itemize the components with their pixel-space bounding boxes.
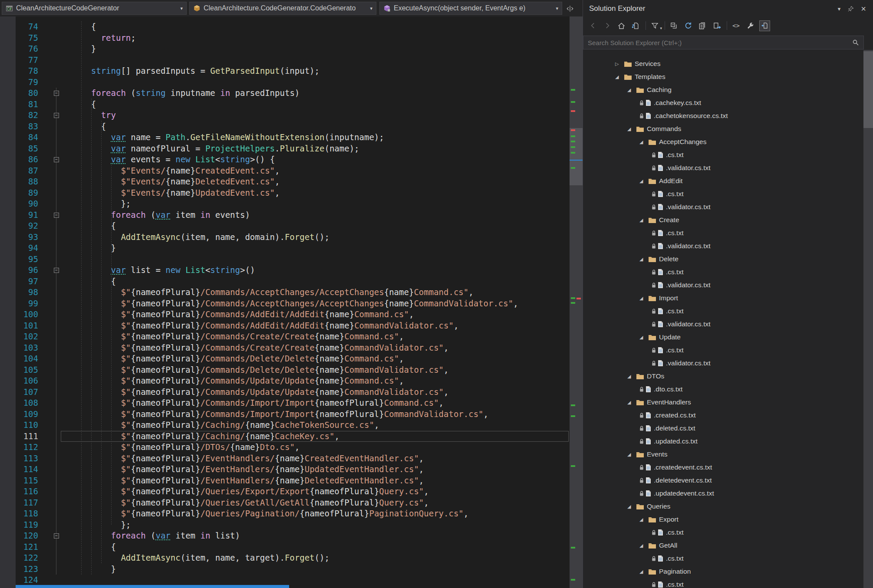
code-line[interactable]: }; [61,519,569,531]
collapsed-arrow-icon[interactable]: ▷ [615,61,624,67]
expanded-arrow-icon[interactable]: ◢ [639,217,648,223]
code-line[interactable]: var nameofPlural = ProjectHelpers.Plural… [61,143,569,154]
code-line[interactable]: $"{nameofPlural}/Queries/GetAll/GetAll{n… [61,497,569,509]
expanded-arrow-icon[interactable]: ◢ [627,126,636,132]
code-line[interactable]: } [61,564,569,575]
code-line[interactable]: $"{nameofPlural}/Commands/Import/Import{… [61,409,569,420]
tree-item[interactable]: ◢AcceptChanges [583,135,863,148]
code-line[interactable]: $"{nameofPlural}/Commands/Create/Create{… [61,342,569,354]
tree-item[interactable]: ◢Import [583,292,863,305]
project-dropdown[interactable]: C# CleanArchitectureCodeGenerator ▾ [2,2,187,15]
preview-selected-items-icon[interactable] [712,20,722,31]
nav-forward-icon[interactable] [602,20,613,31]
tree-item[interactable]: ◢Events [583,448,863,461]
code-line[interactable]: $"{nameofPlural}/Queries/Pagination/{nam… [61,508,569,519]
code-line[interactable]: $"{nameofPlural}/Commands/AcceptChanges/… [61,298,569,309]
tree-item[interactable]: .validator.cs.txt [583,318,863,331]
tree-item[interactable]: .validator.cs.txt [583,357,863,370]
collapse-all-icon[interactable] [669,20,679,31]
tree-item[interactable]: .dto.cs.txt [583,383,863,396]
sync-active-document-icon[interactable] [630,20,641,31]
expanded-arrow-icon[interactable]: ◢ [639,543,648,549]
code-line[interactable]: }; [61,198,569,210]
tree-item[interactable]: .validator.cs.txt [583,240,863,253]
expanded-arrow-icon[interactable]: ◢ [639,139,648,145]
tree-item[interactable]: .cs.txt [583,344,863,357]
code-line[interactable]: { [61,99,569,110]
tree-item[interactable]: .cs.txt [583,578,863,588]
expanded-arrow-icon[interactable]: ◢ [627,87,636,93]
chevron-down-icon[interactable]: ▾ [660,26,662,30]
fold-collapse-icon[interactable]: − [54,533,59,539]
code-line[interactable]: $"{nameofPlural}/Commands/Delete/Delete{… [61,365,569,376]
code-line[interactable]: foreach (var item in events) [61,210,569,221]
tree-item[interactable]: .deletedevent.cs.txt [583,474,863,487]
expanded-arrow-icon[interactable]: ◢ [627,452,636,457]
expanded-arrow-icon[interactable]: ◢ [627,504,636,509]
code-line[interactable]: return; [61,33,569,44]
window-menu-chevron-icon[interactable]: ▾ [838,6,841,12]
tree-item[interactable]: .updated.cs.txt [583,435,863,448]
chevron-down-icon[interactable]: ▾ [370,6,372,11]
fold-gutter[interactable]: −−−−−− [52,16,61,588]
tree-item[interactable]: ◢Templates [583,70,863,83]
tree-item[interactable]: .cs.txt [583,305,863,318]
tree-item[interactable]: .validator.cs.txt [583,279,863,292]
pending-changes-filter-icon[interactable]: ▾ [649,20,660,31]
solution-explorer-scrollbar[interactable] [863,50,873,588]
tree-item[interactable]: ▷Services [583,57,863,70]
code-line[interactable]: var events = new List<string>() { [61,154,569,165]
chevron-down-icon[interactable]: ▾ [180,6,183,11]
tree-item[interactable]: ◢Export [583,513,863,526]
type-dropdown[interactable]: CleanArchitecture.CodeGenerator.CodeGene… [189,2,376,15]
code-line[interactable]: $"{nameofPlural}/Commands/Update/Update{… [61,387,569,398]
code-line[interactable] [61,55,569,66]
tree-item[interactable]: ◢EventHandlers [583,396,863,409]
expanded-arrow-icon[interactable]: ◢ [627,374,636,379]
tree-item[interactable]: ◢GetAll [583,539,863,552]
code-line[interactable]: foreach (string inputname in parsedInput… [61,88,569,99]
view-code-icon[interactable]: <> [731,20,741,31]
show-all-files-icon[interactable] [697,20,708,31]
search-icon[interactable] [852,39,859,46]
expanded-arrow-icon[interactable]: ◢ [639,178,648,184]
split-view-icon[interactable] [565,3,575,14]
tree-item[interactable]: ◢Queries [583,500,863,513]
code-line[interactable]: AddItemAsync(item, name, target).Forget(… [61,552,569,564]
close-icon[interactable]: × [861,4,866,13]
nav-back-icon[interactable] [587,20,598,31]
tree-item[interactable]: .cs.txt [583,552,863,565]
solution-tree[interactable]: ▷Services◢Templates◢Caching.cachekey.cs.… [583,52,863,588]
code-line[interactable]: foreach (var item in list) [61,530,569,542]
code-line[interactable]: { [61,542,569,553]
code-line[interactable]: $"{nameofPlural}/Commands/AddEdit/AddEdi… [61,309,569,320]
code-line[interactable]: $"{nameofPlural}/Commands/Create/Create{… [61,331,569,342]
fold-collapse-icon[interactable]: − [54,157,59,162]
expanded-arrow-icon[interactable]: ◢ [639,256,648,262]
code-line[interactable]: } [61,243,569,254]
tree-item[interactable]: .createdevent.cs.txt [583,461,863,474]
code-line[interactable]: $"Events/{name}CreatedEvent.cs", [61,165,569,177]
editor-vertical-scrollbar[interactable] [570,16,583,588]
code-line[interactable]: $"{nameofPlural}/Queries/Export/Export{n… [61,486,569,497]
breakpoint-margin[interactable] [0,16,16,588]
code-line[interactable]: $"{nameofPlural}/Commands/Delete/Delete{… [61,353,569,365]
code-line[interactable]: $"{nameofPlural}/Caching/{name}CacheKey.… [61,431,569,442]
expanded-arrow-icon[interactable]: ◢ [639,335,648,340]
tree-item[interactable]: .updatedevent.cs.txt [583,487,863,500]
track-active-item-icon[interactable] [759,20,770,31]
tree-item[interactable]: .cs.txt [583,227,863,240]
code-line[interactable]: { [61,121,569,132]
tree-item[interactable]: ◢AddEdit [583,174,863,187]
code-line[interactable]: var name = Path.GetFileNameWithoutExtens… [61,132,569,143]
code-line[interactable]: $"{nameofPlural}/EventHandlers/{name}Cre… [61,453,569,464]
tree-item[interactable]: .cs.txt [583,148,863,161]
pin-icon[interactable] [847,6,854,12]
tree-item[interactable]: ◢Pagination [583,565,863,578]
member-dropdown[interactable]: ExecuteAsync(object sender, EventArgs e)… [379,2,562,15]
tree-item[interactable]: ◢Delete [583,253,863,266]
fold-collapse-icon[interactable]: − [54,268,59,273]
expanded-arrow-icon[interactable]: ◢ [615,74,624,80]
search-input[interactable] [588,39,850,46]
code-line[interactable]: { [61,276,569,287]
